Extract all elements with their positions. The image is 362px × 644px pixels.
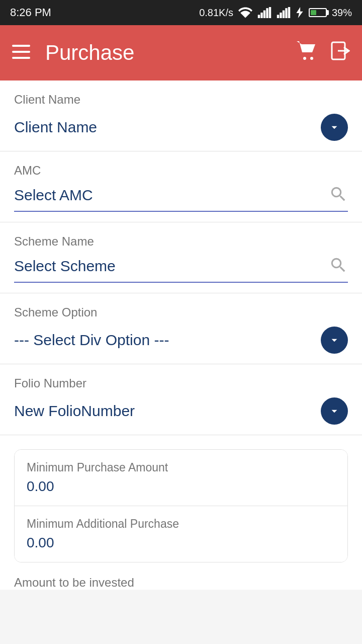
min-additional-value: 0.00 — [27, 535, 335, 551]
signal2-icon — [277, 7, 291, 18]
navbar-right — [297, 41, 350, 65]
scheme-option-value: --- Select Div Option --- — [14, 332, 169, 349]
svg-point-13 — [303, 57, 306, 60]
time-display: 8:26 PM — [10, 6, 51, 19]
scheme-name-value: Select Scheme — [14, 258, 116, 275]
svg-rect-2 — [263, 11, 265, 18]
scheme-name-row[interactable]: Select Scheme — [14, 256, 348, 277]
scheme-option-row[interactable]: --- Select Div Option --- — [14, 327, 348, 354]
purchase-info-card: Minimum Purchase Amount 0.00 Minimum Add… — [14, 449, 348, 562]
amc-field: AMC Select AMC — [0, 151, 362, 222]
scheme-option-dropdown[interactable] — [321, 327, 348, 354]
scheme-name-field: Scheme Name Select Scheme — [0, 222, 362, 293]
menu-icon[interactable] — [12, 43, 30, 63]
logout-icon[interactable] — [331, 41, 350, 65]
folio-number-label: Folio Number — [14, 376, 348, 390]
signal-icon — [257, 7, 272, 18]
client-name-field: Client Name Client Name — [0, 80, 362, 151]
amc-value: Select AMC — [14, 187, 93, 204]
svg-rect-9 — [288, 7, 290, 18]
form-content: Client Name Client Name AMC Select AMC S… — [0, 80, 362, 590]
folio-number-field: Folio Number New FolioNumber — [0, 364, 362, 435]
network-speed: 0.81K/s — [199, 7, 233, 19]
min-purchase-value: 0.00 — [27, 478, 335, 495]
min-purchase-row: Minimum Purchase Amount 0.00 — [15, 450, 347, 506]
page-title: Purchase — [45, 41, 134, 65]
charging-icon — [296, 7, 304, 18]
amc-row[interactable]: Select AMC — [14, 185, 348, 206]
battery-indicator — [309, 8, 327, 17]
svg-rect-11 — [12, 51, 30, 53]
amc-label: AMC — [14, 164, 348, 178]
svg-rect-8 — [285, 8, 287, 18]
svg-rect-3 — [266, 8, 268, 18]
folio-number-value: New FolioNumber — [14, 403, 135, 420]
client-name-row[interactable]: Client Name — [14, 114, 348, 141]
status-time: 8:26 PM — [10, 6, 51, 19]
amc-search-icon[interactable] — [329, 185, 348, 206]
svg-rect-0 — [258, 15, 260, 18]
navbar-left: Purchase — [12, 41, 134, 65]
folio-number-row[interactable]: New FolioNumber — [14, 397, 348, 425]
svg-rect-6 — [280, 13, 282, 18]
min-purchase-label: Minimum Purchase Amount — [27, 461, 335, 474]
svg-point-14 — [310, 57, 313, 60]
folio-number-dropdown[interactable] — [321, 397, 348, 425]
cart-icon[interactable] — [297, 41, 317, 65]
client-name-label: Client Name — [14, 93, 348, 107]
svg-rect-7 — [283, 11, 285, 18]
status-icons: 0.81K/s 39% — [199, 7, 352, 19]
svg-rect-4 — [269, 7, 271, 18]
client-name-value: Client Name — [14, 119, 97, 136]
scheme-option-field: Scheme Option --- Select Div Option --- — [0, 293, 362, 364]
navbar: Purchase — [0, 25, 362, 80]
status-bar: 8:26 PM 0.81K/s — [0, 0, 362, 25]
scheme-option-label: Scheme Option — [14, 305, 348, 319]
battery-percent: 39% — [332, 7, 352, 19]
svg-rect-10 — [12, 45, 30, 47]
svg-rect-1 — [260, 13, 262, 18]
svg-rect-12 — [12, 57, 30, 59]
scheme-search-icon[interactable] — [329, 256, 348, 277]
min-additional-row: Minimum Additional Purchase 0.00 — [15, 506, 347, 562]
wifi-icon — [238, 7, 252, 18]
amount-to-invest-label: Amount to be invested — [0, 562, 362, 590]
min-additional-label: Minimum Additional Purchase — [27, 517, 335, 531]
client-name-dropdown[interactable] — [321, 114, 348, 141]
svg-rect-5 — [277, 15, 279, 18]
scheme-name-label: Scheme Name — [14, 234, 348, 249]
